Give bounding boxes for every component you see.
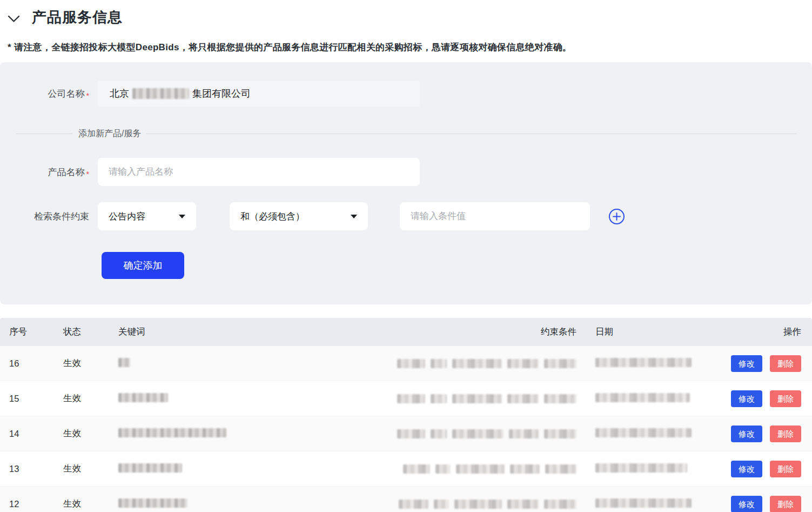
confirm-add-button[interactable]: 确定添加 (102, 252, 184, 279)
row-keyword (118, 498, 397, 510)
header-index: 序号 (9, 326, 63, 338)
product-row: 产品名称* (0, 158, 812, 186)
edit-button[interactable]: 修改 (731, 355, 762, 372)
row-actions: 修改 删除 (692, 461, 801, 477)
constraint-redacted-block (510, 464, 540, 474)
constraint-redacted-block (399, 500, 428, 509)
constraint-redacted-block (397, 394, 425, 403)
condition-value-input[interactable] (400, 202, 590, 230)
date-redacted-block (595, 358, 692, 367)
row-status: 生效 (63, 463, 118, 475)
notice-text: * 请注意，全链接招投标大模型DeepBids，将只根据您提供的产品服务信息进行… (8, 41, 806, 54)
product-name-input[interactable] (98, 158, 420, 186)
row-keyword (118, 463, 397, 475)
scope-select-value: 公告内容 (109, 210, 145, 223)
row-keyword (118, 393, 397, 404)
delete-button[interactable]: 删除 (770, 425, 801, 442)
constraint-redacted-block (431, 359, 447, 368)
section-divider: 添加新产品/服务 (16, 128, 797, 139)
row-date (576, 463, 692, 475)
page-header: 产品服务信息 * 请注意，全链接招投标大模型DeepBids，将只根据您提供的产… (0, 0, 812, 54)
date-redacted-block (595, 463, 687, 473)
delete-button[interactable]: 删除 (770, 461, 801, 477)
constraint-redacted-block (435, 464, 451, 474)
delete-button[interactable]: 删除 (770, 390, 801, 407)
header-status: 状态 (63, 326, 118, 338)
keyword-redacted-block (118, 498, 187, 508)
constraint-redacted-block (545, 464, 576, 474)
redacted-block (132, 88, 189, 99)
keyword-redacted-block (118, 393, 168, 402)
constraint-redacted-block (507, 500, 539, 509)
row-index: 12 (9, 499, 63, 509)
table-body: 16 生效 修改 删除 15 生效 修改 删除 14 生效 修改 删除 13 生 (0, 346, 812, 512)
caret-down-icon (351, 215, 357, 218)
constraint-redacted-block (431, 429, 447, 438)
company-row: 公司名称* 北京 集团有限公司 (0, 81, 812, 107)
row-actions: 修改 删除 (692, 390, 801, 407)
row-status: 生效 (63, 498, 118, 510)
row-actions: 修改 删除 (692, 496, 801, 512)
header-date: 日期 (576, 326, 692, 338)
row-index: 16 (9, 358, 63, 369)
caret-down-icon (179, 215, 185, 218)
date-redacted-block (595, 428, 692, 437)
product-service-form: 公司名称* 北京 集团有限公司 添加新产品/服务 产品名称* 检索条件约束 公告… (0, 62, 812, 304)
keyword-redacted-block (118, 463, 182, 473)
table-row: 15 生效 修改 删除 (0, 381, 812, 416)
table-row: 13 生效 修改 删除 (0, 451, 812, 487)
condition-row: 检索条件约束 公告内容 和（必须包含） (0, 202, 812, 230)
edit-button[interactable]: 修改 (731, 461, 762, 477)
divider-label: 添加新产品/服务 (78, 128, 141, 139)
constraint-redacted-block (452, 359, 502, 368)
row-date (576, 358, 692, 369)
row-status: 生效 (63, 428, 118, 440)
logic-select-value: 和（必须包含） (240, 210, 305, 223)
table-row: 16 生效 修改 删除 (0, 346, 812, 381)
edit-button[interactable]: 修改 (731, 390, 762, 407)
row-index: 14 (9, 429, 63, 439)
keyword-redacted-block (118, 428, 226, 437)
row-keyword (118, 358, 397, 369)
condition-label: 检索条件约束 (0, 210, 89, 223)
logic-select[interactable]: 和（必须包含） (230, 202, 368, 230)
row-constraint (397, 429, 576, 438)
company-name-value: 北京 集团有限公司 (98, 81, 420, 107)
constraint-redacted-block (544, 394, 576, 403)
edit-button[interactable]: 修改 (731, 425, 762, 442)
chevron-down-icon[interactable] (8, 12, 20, 23)
row-index: 13 (9, 464, 63, 474)
table-header: 序号 状态 关键词 约束条件 日期 操作 (0, 318, 812, 346)
row-date (576, 393, 692, 404)
constraint-redacted-block (456, 464, 505, 474)
constraint-redacted-block (454, 500, 502, 509)
row-actions: 修改 删除 (692, 425, 801, 442)
page-title: 产品服务信息 (32, 8, 123, 27)
row-index: 15 (9, 394, 63, 404)
constraint-redacted-block (509, 429, 539, 438)
header-constraint: 约束条件 (397, 326, 576, 338)
delete-button[interactable]: 删除 (770, 355, 801, 372)
date-redacted-block (595, 393, 690, 402)
constraint-redacted-block (403, 464, 430, 474)
row-status: 生效 (63, 393, 118, 404)
constraint-redacted-block (397, 429, 425, 438)
scope-select[interactable]: 公告内容 (98, 202, 196, 230)
submit-row: 确定添加 (0, 252, 812, 279)
constraint-redacted-block (544, 429, 576, 438)
table-row: 12 生效 修改 删除 (0, 487, 812, 512)
row-constraint (397, 394, 576, 403)
company-label: 公司名称* (0, 88, 89, 100)
row-constraint (397, 500, 576, 509)
table-row: 14 生效 修改 删除 (0, 416, 812, 451)
delete-button[interactable]: 删除 (770, 496, 801, 512)
required-asterisk: * (86, 170, 89, 178)
company-name-prefix: 北京 (110, 87, 129, 100)
edit-button[interactable]: 修改 (731, 496, 762, 512)
row-actions: 修改 删除 (692, 355, 801, 372)
constraint-redacted-block (434, 500, 449, 509)
constraint-redacted-block (507, 394, 539, 403)
constraint-redacted-block (431, 394, 447, 403)
header-keyword: 关键词 (118, 326, 397, 338)
plus-circle-icon[interactable] (608, 208, 625, 225)
